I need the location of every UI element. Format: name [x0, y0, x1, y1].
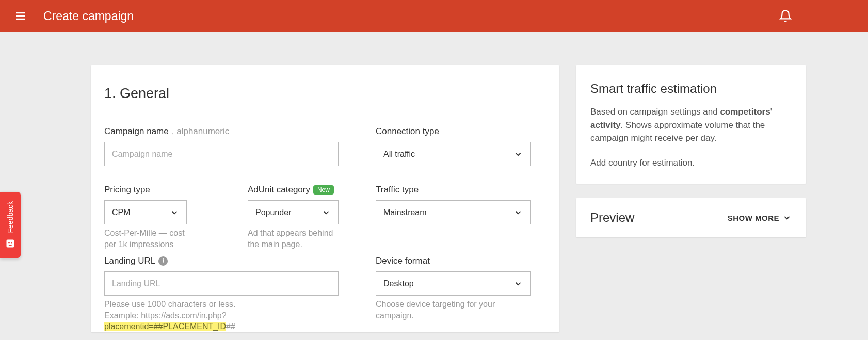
chevron-down-icon — [782, 213, 792, 222]
new-badge: New — [313, 185, 334, 195]
chevron-down-icon — [170, 208, 179, 217]
adunit-category-select[interactable]: Popunder — [248, 200, 339, 224]
landing-url-input[interactable] — [104, 271, 339, 296]
chevron-down-icon — [322, 208, 331, 217]
section-title: 1. General — [104, 86, 531, 102]
smiley-icon — [5, 238, 15, 249]
app-header: Create campaign — [0, 0, 868, 32]
estimation-text: Based on campaign settings and competito… — [590, 105, 792, 145]
traffic-type-label: Traffic type — [376, 185, 531, 195]
connection-type-label: Connection type — [376, 126, 531, 137]
general-section-card: 1. General Campaign name, alphanumeric C… — [91, 65, 559, 332]
estimation-hint: Add country for estimation. — [590, 156, 792, 170]
campaign-name-input[interactable] — [104, 142, 339, 166]
hamburger-icon — [14, 10, 27, 22]
preview-card: Preview SHOW MORE — [576, 198, 806, 237]
pricing-type-help: Cost-Per-Mille — cost per 1k impressions — [104, 228, 187, 250]
traffic-type-select[interactable]: Mainstream — [376, 200, 531, 224]
device-format-label: Device format — [376, 256, 531, 266]
feedback-label: Feedback — [6, 201, 14, 233]
adunit-category-help: Ad that appears behind the main page. — [248, 228, 339, 250]
pricing-type-label: Pricing type — [104, 185, 187, 195]
show-more-button[interactable]: SHOW MORE — [728, 213, 792, 222]
device-format-select[interactable]: Desktop — [376, 271, 531, 296]
bell-icon — [779, 9, 792, 23]
svg-point-5 — [11, 242, 12, 244]
pricing-type-select[interactable]: CPM — [104, 200, 187, 224]
adunit-category-label: AdUnit category New — [248, 185, 339, 195]
menu-button[interactable] — [10, 6, 31, 26]
svg-point-4 — [8, 242, 10, 244]
chevron-down-icon — [513, 208, 523, 217]
svg-rect-3 — [7, 239, 14, 247]
preview-title: Preview — [590, 211, 634, 225]
campaign-name-label: Campaign name, alphanumeric — [104, 126, 339, 137]
info-icon[interactable]: i — [158, 256, 168, 266]
landing-url-label: Landing URL i — [104, 256, 339, 266]
feedback-tab[interactable]: Feedback — [0, 192, 21, 258]
estimation-title: Smart traffic estimation — [590, 82, 792, 96]
device-format-help: Choose device targeting for your campaig… — [376, 299, 531, 321]
chevron-down-icon — [513, 150, 523, 159]
connection-type-select[interactable]: All traffic — [376, 142, 531, 166]
page-title: Create campaign — [43, 9, 134, 23]
chevron-down-icon — [513, 279, 523, 288]
notifications-button[interactable] — [775, 6, 796, 26]
smart-estimation-card: Smart traffic estimation Based on campai… — [576, 65, 806, 184]
landing-url-help: Please use 1000 characters or less. Exam… — [104, 299, 339, 332]
